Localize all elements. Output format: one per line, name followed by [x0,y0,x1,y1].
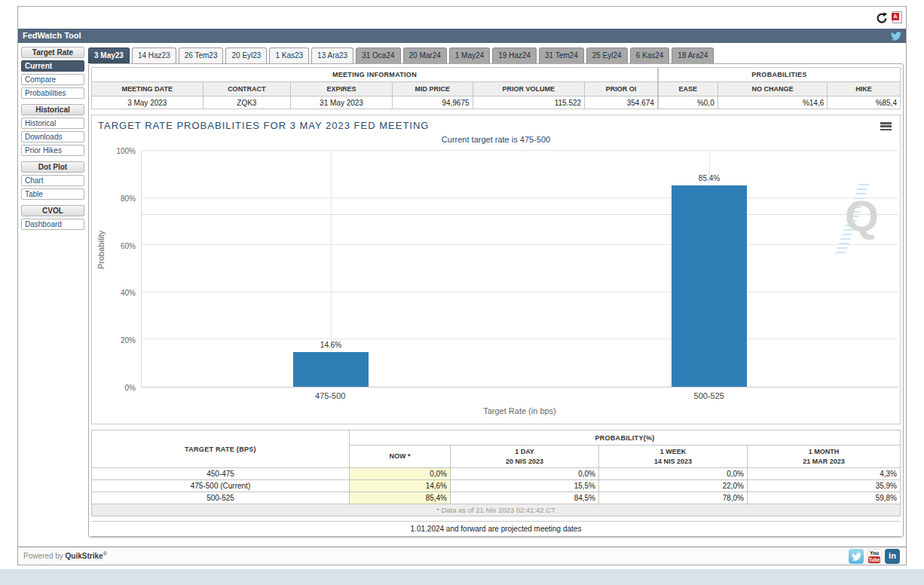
watermark-stripes [825,184,880,253]
title-bar: FedWatch Tool [18,29,906,43]
tab-meeting-date[interactable]: 1 May24 [449,47,490,63]
prob-1day: 0,0% [451,468,599,480]
sidebar-header-dot-plot: Dot Plot [21,161,84,173]
pdf-export-icon[interactable]: A [892,11,902,23]
y-tick-label: 0% [125,384,136,392]
sidebar-item-historical[interactable]: Historical [21,118,84,129]
meeting-info-title: MEETING INFORMATION [92,68,658,82]
twitter-icon[interactable] [891,31,901,45]
col-header: HIKE [828,82,901,96]
probabilities-summary-table: PROBABILITIES EASE NO CHANGE HIKE %0,0 %… [658,67,901,109]
y-tick-label: 20% [121,336,136,345]
tab-meeting-date[interactable]: 20 Eyl23 [225,47,267,63]
table-row: 450-475 0,0% 0,0% 0,0% 4,3% [92,468,901,480]
x-gridline [331,151,332,387]
projected-dates-note: 1.01.2024 and forward are projected meet… [91,521,901,537]
page-background-strip [0,569,924,585]
chart-subtitle: Current target rate is 475-500 [92,135,900,144]
tab-meeting-date[interactable]: 1 Kas23 [269,47,309,63]
sidebar-item-chart[interactable]: Chart [21,175,84,186]
y-tick-label: 60% [121,241,136,250]
tab-meeting-date[interactable]: 3 May23 [88,47,130,63]
powered-by: Powered by QuikStrike® [23,551,107,560]
sidebar-item-dashboard[interactable]: Dashboard [21,219,84,230]
bar-475-500[interactable] [293,352,369,387]
data-asof-footnote: * Data as of 21 Nis 2023 02:41:42 CT [92,504,901,516]
x-axis-title: Target Rate (in bps) [141,406,898,415]
mid-price-value: 94,9675 [392,96,473,109]
table-row: %0,0 %14,6 %85,4 [658,96,900,109]
probabilities-title: PROBABILITIES [658,68,900,82]
col-header-1week: 1 WEEK14 NIS 2023 [599,446,748,468]
main-area: 3 May23 14 Haz23 26 Tem23 20 Eyl23 1 Kas… [88,47,904,547]
quikstrike-watermark: Q [825,184,880,253]
gridline [142,244,898,245]
meeting-date-tabs: 3 May23 14 Haz23 26 Tem23 20 Eyl23 1 Kas… [88,47,904,63]
expires-value: 31 May 2023 [291,96,393,109]
sidebar-item-current[interactable]: Current [21,60,84,72]
linkedin-icon[interactable]: in [885,549,900,564]
col-header: PRIOR VOLUME [473,82,585,96]
page: A FedWatch Tool Target Rate Current Comp… [0,0,924,585]
col-header: MID PRICE [392,82,473,96]
x-category-label: 475-500 [315,391,345,400]
prior-oi-value: 354.674 [585,96,658,109]
tab-meeting-date[interactable]: 19 Haz24 [492,47,537,63]
prob-1month: 35,9% [748,480,901,492]
tab-meeting-date[interactable]: 31 Oca24 [356,47,400,63]
twitter-footer-icon[interactable] [849,549,864,564]
col-header: MEETING DATE [92,82,203,96]
y-tick-label: 80% [121,194,136,202]
prob-1week: 78,0% [599,492,748,504]
prob-now: 14,6% [350,480,451,492]
no-change-value: %14,6 [717,96,828,109]
youtube-icon[interactable]: You Tube [867,549,882,564]
plot-area: Q 14.6%85.4% [141,151,898,387]
col-header: EASE [658,82,717,96]
prob-now: 0,0% [350,468,451,480]
col-header: EXPIRES [291,82,393,96]
rate-column-header: TARGET RATE (BPS) [92,430,350,468]
contract-value: ZQK3 [203,96,291,109]
tab-meeting-date[interactable]: 20 Mar24 [403,47,447,63]
tab-meeting-date[interactable]: 25 Eyl24 [586,47,628,63]
prob-1week: 0,0% [599,468,748,480]
sidebar-item-table[interactable]: Table [21,188,84,200]
refresh-icon[interactable] [876,12,888,24]
sidebar-item-prior-hikes[interactable]: Prior Hikes [21,145,84,156]
rate-bucket: 500-525 [92,492,350,504]
chart-context-menu-icon[interactable] [880,122,892,130]
tab-meeting-date[interactable]: 18 Ara24 [672,47,714,63]
content-area: Target Rate Current Compare Probabilitie… [18,43,906,547]
gridline [142,150,898,151]
fedwatch-app: A FedWatch Tool Target Rate Current Comp… [17,6,907,565]
probability-detail-table: TARGET RATE (BPS) PROBABILITY(%) NOW * 1… [91,430,901,516]
tab-meeting-date[interactable]: 13 Ara23 [311,47,353,63]
table-row: 500-525 85,4% 84,5% 78,0% 59,8% [92,492,901,504]
info-tables: MEETING INFORMATION MEETING DATE CONTRAC… [90,67,901,109]
sidebar-item-compare[interactable]: Compare [21,74,84,85]
sidebar-header-target-rate: Target Rate [21,47,84,58]
tab-meeting-date[interactable]: 31 Tem24 [539,47,584,63]
ease-value: %0,0 [658,96,717,109]
watermark-q: Q [845,194,879,238]
meeting-date-value: 3 May 2023 [92,96,203,109]
table-row: 475-500 (Current) 14,6% 15,5% 22,0% 35,9… [92,480,901,492]
sidebar-item-probabilities[interactable]: Probabilities [21,87,84,99]
app-title: FedWatch Tool [23,31,81,40]
col-header: CONTRACT [203,82,291,96]
tab-meeting-date[interactable]: 14 Haz23 [132,47,176,63]
bar-500-525[interactable] [672,185,747,387]
gridline [142,198,898,198]
sidebar-item-downloads[interactable]: Downloads [21,131,84,142]
tab-meeting-date[interactable]: 6 Kas24 [630,47,670,63]
mini-toolbar: A [18,7,906,29]
prob-1week: 22,0% [599,480,748,492]
y-axis-labels: 0%20%40%60%80%100% [92,151,136,387]
quikstrike-brand[interactable]: QuikStrike [66,552,103,560]
rate-bucket: 450-475 [92,468,350,480]
tab-content-panel: MEETING INFORMATION MEETING DATE CONTRAC… [88,63,904,538]
tab-meeting-date[interactable]: 26 Tem23 [179,47,224,63]
col-header: NO CHANGE [717,82,828,96]
social-links: You Tube in [849,549,900,564]
